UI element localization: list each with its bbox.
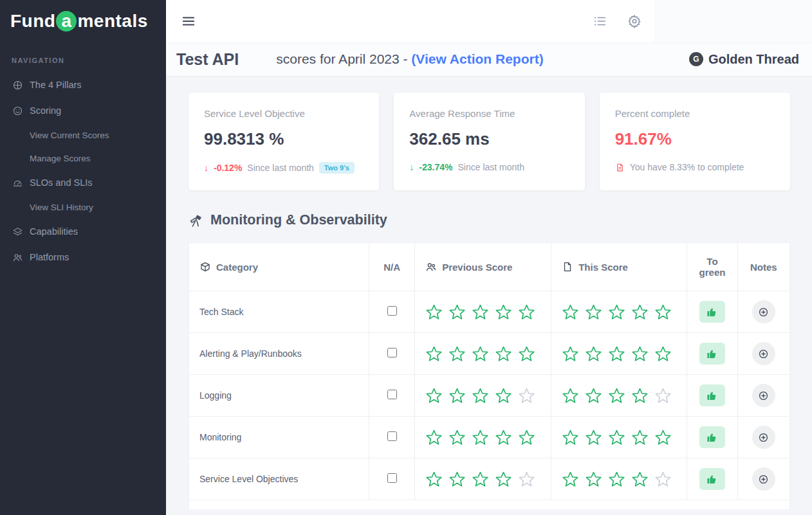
star-icon[interactable]: [495, 387, 512, 404]
star-icon[interactable]: [562, 303, 579, 321]
star-icon[interactable]: [495, 429, 512, 446]
star-icon[interactable]: [631, 387, 649, 404]
header-na: N/A: [369, 243, 415, 291]
star-icon[interactable]: [562, 471, 579, 488]
card-title: Service Level Objective: [204, 108, 364, 119]
user-menu-zone[interactable]: [654, 0, 812, 42]
star-icon[interactable]: [631, 429, 649, 446]
sidebar-item-label: Capabilities: [30, 226, 78, 237]
card-value: 91.67%: [615, 129, 775, 149]
this-score-cell: [551, 333, 687, 375]
sidebar-item-platforms[interactable]: Platforms: [0, 244, 166, 270]
star-icon[interactable]: [608, 345, 625, 363]
category-cell: Logging: [189, 375, 369, 417]
logo-text-post: mentals: [77, 11, 147, 32]
na-checkbox[interactable]: [387, 431, 397, 441]
star-icon[interactable]: [425, 387, 443, 404]
table-row: Alerting & Play/Runbooks: [189, 333, 790, 375]
sidebar-item-view-current-scores[interactable]: View Current Scores: [0, 123, 166, 147]
sidebar-item-scoring[interactable]: Scoring: [0, 98, 166, 123]
star-icon[interactable]: [425, 471, 443, 488]
sidebar-item-manage-scores[interactable]: Manage Scores: [0, 147, 166, 170]
category-cell: Monitoring: [189, 417, 369, 458]
add-note-button[interactable]: [752, 342, 775, 365]
star-icon[interactable]: [654, 471, 672, 488]
table-header-row: Category N/A Previous Score This Score T…: [189, 243, 790, 291]
delta-caption: Since last month: [247, 163, 314, 173]
sidebar-item-the-4-pillars[interactable]: The 4 Pillars: [0, 72, 166, 98]
to-green-button[interactable]: [699, 468, 725, 490]
star-icon[interactable]: [495, 303, 512, 321]
star-icon[interactable]: [654, 387, 672, 404]
sidebar-item-view-sli-history[interactable]: View SLI History: [0, 195, 166, 219]
star-icon[interactable]: [472, 429, 489, 446]
star-icon[interactable]: [654, 429, 672, 446]
na-checkbox[interactable]: [387, 348, 397, 357]
star-icon[interactable]: [425, 303, 443, 321]
add-note-button[interactable]: [752, 467, 775, 491]
star-icon[interactable]: [631, 471, 649, 488]
list-icon[interactable]: [593, 14, 607, 28]
na-checkbox[interactable]: [387, 306, 397, 316]
add-note-button[interactable]: [752, 384, 775, 407]
star-icon[interactable]: [608, 303, 625, 321]
previous-score-cell: [415, 291, 551, 333]
star-icon[interactable]: [495, 471, 512, 488]
sidebar-item-slos-and-slis[interactable]: SLOs and SLIs: [0, 170, 166, 195]
star-icon[interactable]: [562, 429, 579, 446]
star-icon[interactable]: [448, 303, 466, 321]
star-icon[interactable]: [518, 471, 535, 488]
star-icon[interactable]: [654, 303, 672, 321]
header-this-score: This Score: [551, 243, 687, 291]
star-icon[interactable]: [472, 303, 489, 321]
notes-cell: [737, 333, 789, 375]
to-green-button[interactable]: [699, 426, 725, 448]
star-icon[interactable]: [448, 471, 466, 488]
star-icon[interactable]: [631, 345, 649, 363]
star-icon[interactable]: [631, 303, 649, 321]
star-icon[interactable]: [608, 471, 625, 488]
star-icon[interactable]: [518, 303, 535, 321]
star-icon[interactable]: [585, 429, 602, 446]
gear-icon[interactable]: [627, 14, 641, 28]
star-icon[interactable]: [585, 471, 602, 488]
na-checkbox[interactable]: [387, 473, 397, 483]
star-icon[interactable]: [608, 387, 625, 404]
star-icon[interactable]: [562, 345, 579, 363]
to-green-button[interactable]: [699, 301, 725, 323]
star-icon[interactable]: [448, 345, 466, 363]
star-icon[interactable]: [448, 429, 466, 446]
na-checkbox[interactable]: [387, 390, 397, 399]
star-icon[interactable]: [472, 345, 489, 363]
star-icon[interactable]: [472, 471, 489, 488]
star-icon[interactable]: [608, 429, 625, 446]
star-icon[interactable]: [448, 387, 466, 404]
page-header: Test API scores for April 2023 - (View A…: [166, 42, 812, 77]
to-green-button[interactable]: [699, 384, 725, 406]
star-icon[interactable]: [472, 387, 489, 404]
star-icon[interactable]: [585, 387, 602, 404]
this-score-icon: [562, 261, 573, 273]
star-icon[interactable]: [562, 387, 579, 404]
view-action-report-link[interactable]: (View Action Report): [411, 51, 543, 66]
add-note-button[interactable]: [752, 300, 775, 323]
star-icon[interactable]: [518, 345, 535, 363]
notes-cell: [737, 291, 789, 333]
star-icon[interactable]: [425, 345, 443, 363]
to-green-button[interactable]: [699, 343, 725, 365]
star-icon[interactable]: [654, 345, 672, 363]
thumbs-up-icon: [706, 432, 717, 443]
star-icon[interactable]: [495, 345, 512, 363]
star-icon[interactable]: [518, 387, 535, 404]
menu-toggle-icon[interactable]: [181, 14, 196, 28]
card-title: Average Response Time: [409, 108, 569, 119]
star-icon[interactable]: [518, 429, 535, 446]
page-subtitle: scores for April 2023 - (View Action Rep…: [276, 51, 543, 67]
page-title: Test API: [176, 50, 239, 69]
sidebar-item-label: Platforms: [30, 252, 69, 262]
sidebar-item-capabilities[interactable]: Capabilities: [0, 219, 166, 244]
star-icon[interactable]: [425, 429, 443, 446]
add-note-button[interactable]: [752, 426, 775, 449]
star-icon[interactable]: [585, 303, 602, 321]
star-icon[interactable]: [585, 345, 602, 363]
